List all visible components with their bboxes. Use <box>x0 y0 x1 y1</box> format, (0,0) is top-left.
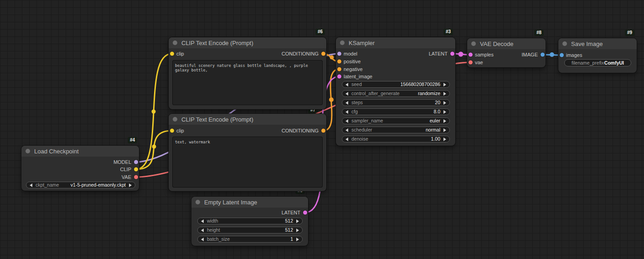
node-titlebar[interactable]: Empty Latent Image <box>191 197 308 208</box>
cfg-widget[interactable]: cfg 8.0 <box>342 108 450 115</box>
output-label: VAE <box>122 174 131 180</box>
output-port-latent[interactable] <box>303 211 307 215</box>
filename-prefix-widget[interactable]: filename_prefix ComfyUI <box>564 59 631 66</box>
output-label: CONDITIONING <box>282 128 319 133</box>
widget-label: denoise <box>351 136 368 142</box>
increment-arrow-icon[interactable] <box>443 128 446 132</box>
prompt-textarea[interactable]: text, watermark <box>172 137 323 188</box>
input-slot-samples: samples <box>467 51 494 58</box>
node-clip-text-encode-negative[interactable]: CLIP Text Encode (Prompt) clip CONDITION… <box>169 114 326 191</box>
control-after-generate-widget[interactable]: control_after_generate randomize <box>342 90 450 97</box>
steps-widget[interactable]: steps 20 <box>342 99 450 106</box>
decrement-arrow-icon[interactable] <box>201 229 204 232</box>
node-collapse-dot-icon[interactable] <box>26 149 30 153</box>
denoise-widget[interactable]: denoise 1.00 <box>342 136 450 142</box>
node-collapse-dot-icon[interactable] <box>340 41 345 45</box>
input-slot-model: model <box>336 51 357 57</box>
wire-midpoint-dot <box>329 97 334 102</box>
node-load-checkpoint[interactable]: Load Checkpoint MODEL CLIP VAE ckpt_name… <box>21 146 139 191</box>
batch-size-widget[interactable]: batch_size 1 <box>197 236 303 243</box>
increment-arrow-icon[interactable] <box>296 219 299 223</box>
input-slot-vae: vae <box>467 59 483 66</box>
ckpt-name-widget[interactable]: ckpt_name v1-5-pruned-emaonly.ckpt <box>26 182 135 188</box>
input-port-model[interactable] <box>337 52 341 56</box>
input-port-images[interactable] <box>560 53 564 57</box>
decrement-arrow-icon[interactable] <box>201 219 204 223</box>
seed-widget[interactable]: seed 156680208700286 <box>342 81 450 88</box>
output-slot-clip: CLIP <box>120 166 139 173</box>
widget-value: 512 <box>285 227 293 234</box>
output-slot-vae: VAE <box>122 174 139 180</box>
wire-midpoint-dot <box>152 110 156 114</box>
node-collapse-dot-icon[interactable] <box>173 117 177 122</box>
node-titlebar[interactable]: CLIP Text Encode (Prompt) <box>169 37 326 48</box>
output-port-conditioning[interactable] <box>321 52 325 56</box>
input-port-positive[interactable] <box>337 60 341 64</box>
increment-arrow-icon[interactable] <box>443 101 446 105</box>
widget-value: ComfyUI <box>604 60 624 66</box>
node-clip-text-encode-positive[interactable]: CLIP Text Encode (Prompt) clip CONDITION… <box>169 37 326 109</box>
increment-arrow-icon[interactable] <box>443 92 446 96</box>
sampler-name-widget[interactable]: sampler_name euler <box>342 117 450 124</box>
input-port-vae[interactable] <box>469 61 473 65</box>
node-collapse-dot-icon[interactable] <box>562 41 567 46</box>
node-titlebar[interactable]: KSampler <box>336 37 455 48</box>
decrement-arrow-icon[interactable] <box>201 238 204 241</box>
node-titlebar[interactable]: Save Image <box>558 38 637 49</box>
node-collapse-dot-icon[interactable] <box>196 200 200 204</box>
output-port-image[interactable] <box>541 53 545 57</box>
increment-arrow-icon[interactable] <box>296 229 299 232</box>
increment-arrow-icon[interactable] <box>443 83 446 86</box>
output-label: CONDITIONING <box>282 51 319 56</box>
node-vae-decode[interactable]: VAE Decode samples IMAGE vae <box>467 38 546 67</box>
output-slot-conditioning: CONDITIONING <box>282 127 326 134</box>
node-empty-latent-image[interactable]: Empty Latent Image LATENT width 512 heig… <box>191 197 308 246</box>
increment-arrow-icon[interactable] <box>443 110 446 114</box>
input-port-negative[interactable] <box>337 67 341 71</box>
scheduler-widget[interactable]: scheduler normal <box>342 127 450 133</box>
node-titlebar[interactable]: Load Checkpoint <box>21 146 139 157</box>
decrement-arrow-icon[interactable] <box>345 137 348 141</box>
widget-value: 8.0 <box>433 108 440 115</box>
node-titlebar[interactable]: VAE Decode <box>467 38 546 49</box>
input-label: positive <box>344 59 361 64</box>
node-collapse-dot-icon[interactable] <box>173 41 177 45</box>
increment-arrow-icon[interactable] <box>443 119 446 123</box>
widget-label: control_after_generate <box>351 90 400 97</box>
output-port-model[interactable] <box>134 160 138 164</box>
clip-positive-badge: #6 <box>315 29 325 35</box>
decrement-arrow-icon[interactable] <box>345 83 348 86</box>
width-widget[interactable]: width 512 <box>197 218 303 224</box>
decrement-arrow-icon[interactable] <box>345 101 348 105</box>
input-slot-clip: clip <box>169 127 184 134</box>
save-image-badge: #9 <box>625 30 634 36</box>
decrement-arrow-icon[interactable] <box>345 128 348 132</box>
input-label: images <box>566 52 582 58</box>
decrement-arrow-icon[interactable] <box>345 92 348 96</box>
decrement-arrow-icon[interactable] <box>345 119 348 123</box>
input-port-latent-image[interactable] <box>337 75 341 79</box>
prompt-textarea[interactable]: beautiful scenery nature glass bottle la… <box>172 60 323 105</box>
decrement-arrow-icon[interactable] <box>345 110 348 114</box>
increment-arrow-icon[interactable] <box>129 183 132 187</box>
output-label: IMAGE <box>522 52 538 57</box>
widget-label: height <box>207 227 220 234</box>
node-title: Load Checkpoint <box>34 148 79 155</box>
output-port-conditioning[interactable] <box>321 129 325 133</box>
output-port-latent[interactable] <box>450 52 454 56</box>
node-titlebar[interactable]: CLIP Text Encode (Prompt) <box>169 114 326 125</box>
node-collapse-dot-icon[interactable] <box>471 41 476 46</box>
node-save-image[interactable]: Save Image images filename_prefix ComfyU… <box>558 38 637 73</box>
output-port-clip[interactable] <box>134 168 138 172</box>
height-widget[interactable]: height 512 <box>197 227 303 234</box>
increment-arrow-icon[interactable] <box>443 137 446 141</box>
input-port-samples[interactable] <box>469 53 473 57</box>
decrement-arrow-icon[interactable] <box>30 183 32 187</box>
ksampler-badge: #3 <box>443 29 453 35</box>
output-port-vae[interactable] <box>134 175 138 179</box>
input-port-clip[interactable] <box>170 129 174 133</box>
increment-arrow-icon[interactable] <box>296 238 299 241</box>
node-graph-canvas[interactable]: #4 #6 #7 #5 #3 #8 #9 Load Ch <box>0 0 644 259</box>
input-port-clip[interactable] <box>170 52 174 56</box>
node-ksampler[interactable]: KSampler model LATENT positive negative … <box>336 37 455 146</box>
